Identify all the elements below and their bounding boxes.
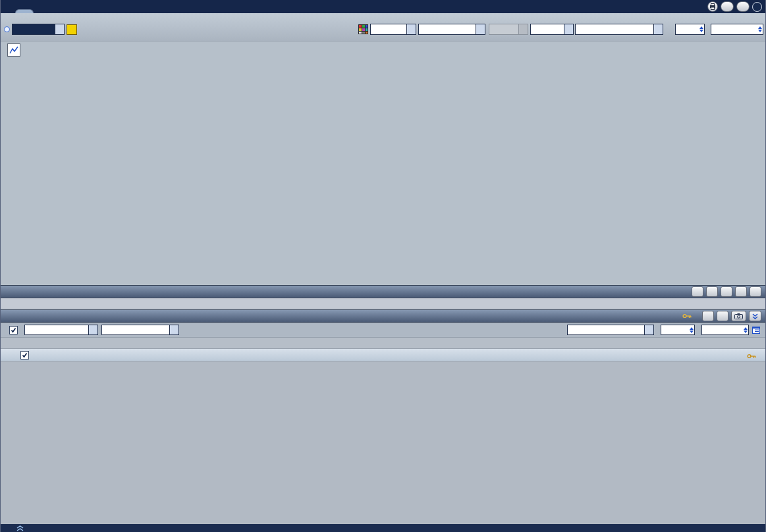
key-icon [682, 313, 692, 319]
positions-column-header [1, 338, 765, 349]
chevron-down-icon [88, 325, 97, 334]
price-slices-header [1, 285, 765, 298]
positions-buttons [702, 311, 765, 321]
prob-range-group [675, 24, 705, 35]
tab-bar [1, 0, 765, 13]
group-checkbox[interactable] [20, 351, 29, 359]
prob-range-stepper[interactable] [675, 24, 705, 35]
help-icon[interactable] [752, 2, 762, 12]
col-side [136, 338, 196, 348]
key-icon[interactable] [747, 352, 756, 360]
col-delta [694, 338, 752, 348]
chevron-down-icon [644, 325, 653, 334]
col-vol [618, 338, 694, 348]
spinner-arrows[interactable] [742, 327, 748, 333]
analyze-toolbar [1, 13, 765, 41]
symbol-count-badge[interactable] [67, 24, 77, 35]
pl-mode-group [530, 24, 574, 35]
symbol-group [4, 24, 77, 35]
bottom-bar [1, 524, 765, 532]
risk-chart-canvas[interactable] [1, 59, 766, 285]
pl-mode-dropdown[interactable] [530, 24, 574, 35]
spinner-arrows[interactable] [757, 26, 763, 32]
set-slices-button[interactable] [706, 286, 718, 297]
col-spread [63, 338, 136, 348]
circle-icon [4, 26, 10, 32]
collapse-all-chevrons-icon[interactable] [749, 311, 761, 321]
col-gamma [229, 298, 312, 309]
col-strike [388, 338, 462, 348]
spinner-arrows[interactable] [698, 26, 704, 32]
set-params-hint [680, 313, 694, 319]
prob-date-group [711, 24, 763, 35]
risk-profile-chart[interactable] [1, 59, 765, 285]
prob-date-stepper[interactable] [711, 24, 763, 35]
chevron-down-icon [518, 24, 528, 34]
reset-parameters-button[interactable] [717, 311, 728, 321]
prob-mode-group [575, 24, 665, 35]
analyze-risk-profile-window [0, 0, 766, 532]
reorder-button[interactable] [735, 286, 747, 297]
date-stepper[interactable] [701, 325, 749, 335]
layout-grid-icon[interactable] [358, 24, 368, 34]
col-mode [98, 298, 134, 309]
col-price [524, 338, 618, 348]
step-group [489, 24, 528, 35]
spinner-arrows[interactable] [688, 327, 694, 333]
add-slice-button[interactable] [692, 286, 703, 297]
prob-mode-dropdown[interactable] [575, 24, 663, 35]
col-symbol [258, 338, 310, 348]
reset-button[interactable] [721, 1, 734, 12]
chart-icon[interactable] [7, 43, 20, 57]
delete-simulated-trades-button[interactable] [702, 311, 714, 321]
print-icon[interactable] [707, 1, 718, 12]
chevron-down-icon [476, 24, 485, 34]
col-vega [397, 298, 486, 309]
positions-section-header [1, 309, 765, 323]
symbol-group-row[interactable] [1, 349, 765, 361]
interest-stepper[interactable] [661, 325, 695, 335]
symbol-filter-dropdown[interactable] [101, 325, 179, 335]
col-stk-price [14, 298, 98, 309]
setup-button[interactable] [736, 1, 750, 12]
col-pl-open [486, 298, 568, 309]
price-slices-buttons [692, 286, 765, 297]
titlebar-actions [707, 1, 765, 13]
expand-up-chevrons-icon[interactable] [16, 525, 24, 531]
col-margin-req [654, 298, 766, 309]
price-slices-column-header [1, 298, 765, 309]
chevron-down-icon [653, 24, 663, 34]
model-dropdown[interactable] [567, 325, 654, 335]
commissions-dropdown[interactable] [370, 24, 416, 35]
plot-lines-dropdown[interactable] [418, 24, 485, 35]
step-dropdown [489, 24, 528, 35]
calendar-icon[interactable] [752, 326, 760, 334]
chevron-down-icon [406, 24, 416, 34]
chevron-down-icon [564, 24, 573, 34]
all-checkbox[interactable] [9, 326, 18, 334]
positions-filter-row [1, 323, 765, 338]
symbol-dropdown[interactable] [12, 24, 65, 35]
snapshot-camera-icon[interactable] [731, 311, 746, 321]
chart-hint-row [1, 41, 765, 59]
col-delta [134, 298, 229, 309]
show-all-dropdown[interactable] [24, 325, 98, 335]
col-type [462, 338, 524, 348]
col-qty [196, 338, 258, 348]
col-theta [312, 298, 397, 309]
chevron-down-icon [169, 325, 178, 334]
reset-slices-button[interactable] [750, 286, 761, 297]
set-slices-to-charts-button[interactable] [721, 286, 732, 297]
chevron-down-icon [55, 24, 64, 34]
commissions-group [358, 24, 416, 35]
col-exp [310, 338, 388, 348]
col-pl-day [568, 298, 654, 309]
empty-area [1, 361, 765, 524]
plot-lines-group [418, 24, 485, 35]
